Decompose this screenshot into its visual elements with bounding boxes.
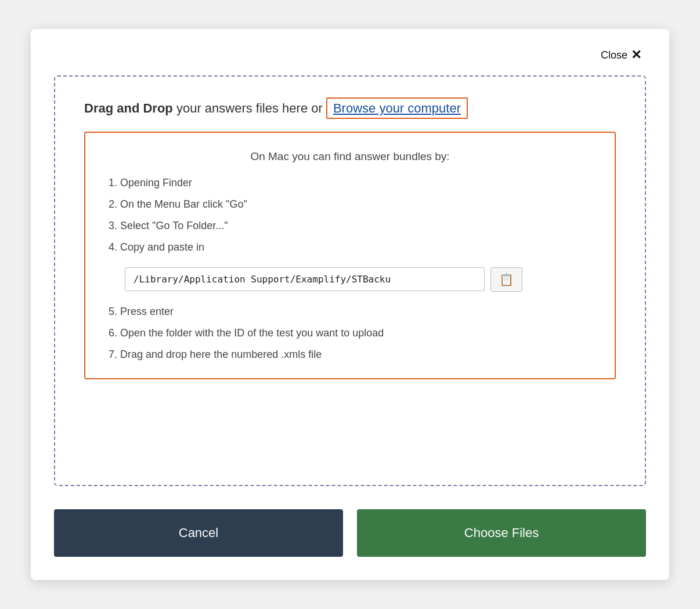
path-input[interactable] (125, 267, 485, 291)
instructions-title: On Mac you can find answer bundles by: (109, 150, 591, 163)
close-area: Close ✕ (54, 46, 646, 64)
cancel-button[interactable]: Cancel (54, 509, 343, 557)
instructions-list: 1. Opening Finder 2. On the Menu Bar cli… (109, 177, 591, 361)
list-item: 2. On the Menu Bar click "Go" (109, 198, 591, 211)
step-number: 7. (109, 349, 117, 360)
path-row: 📋 (125, 267, 591, 292)
drag-drop-bold: Drag and Drop (84, 101, 173, 115)
drag-drop-text: your answers files here or (173, 101, 323, 115)
step-text: Copy and paste in (120, 241, 204, 253)
instructions-box: On Mac you can find answer bundles by: 1… (84, 132, 616, 379)
browse-link[interactable]: Browse your computer (326, 97, 468, 119)
close-label: Close (601, 49, 627, 61)
drag-drop-header: Drag and Drop your answers files here or… (84, 100, 616, 118)
list-item: 7. Drag and drop here the numbered .xmls… (109, 349, 591, 361)
copy-button[interactable]: 📋 (490, 267, 522, 292)
step-text: Opening Finder (120, 177, 192, 188)
step-text: On the Menu Bar click "Go" (120, 198, 247, 210)
step-number: 4. (109, 241, 117, 253)
path-row-item: 📋 (109, 263, 591, 296)
list-item: 4. Copy and paste in (109, 241, 591, 253)
step-text: Drag and drop here the numbered .xmls fi… (120, 349, 322, 360)
list-item: 6. Open the folder with the ID of the te… (109, 327, 591, 339)
step-number: 1. (109, 177, 117, 188)
list-item: 1. Opening Finder (109, 177, 591, 189)
clipboard-icon: 📋 (499, 273, 514, 287)
drop-zone[interactable]: Drag and Drop your answers files here or… (54, 75, 646, 486)
step-text: Select "Go To Folder..." (120, 220, 228, 231)
step-number: 5. (109, 306, 117, 317)
close-button[interactable]: Close ✕ (596, 46, 646, 64)
choose-files-button[interactable]: Choose Files (357, 509, 646, 557)
step-number: 2. (109, 198, 117, 210)
step-number: 3. (109, 220, 117, 231)
close-icon: ✕ (631, 49, 641, 61)
step-number: 6. (109, 327, 117, 339)
upload-dialog: Close ✕ Drag and Drop your answers files… (31, 29, 669, 580)
step-text: Press enter (120, 306, 174, 317)
step-text: Open the folder with the ID of the test … (120, 327, 384, 339)
list-item: 3. Select "Go To Folder..." (109, 220, 591, 232)
footer-buttons: Cancel Choose Files (54, 509, 646, 557)
list-item: 5. Press enter (109, 306, 591, 318)
